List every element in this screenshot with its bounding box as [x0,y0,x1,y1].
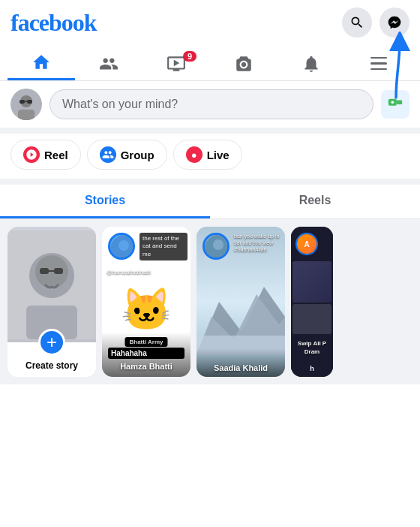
hamza-avatar [108,233,135,260]
live-label: Live [207,149,230,161]
messenger-button[interactable] [380,8,410,38]
plus-button[interactable]: + [38,329,65,356]
live-button[interactable]: ● Live [173,140,242,170]
post-input[interactable]: What's on your mind? [50,89,374,119]
nav-friends[interactable] [75,47,142,80]
photo-video-button[interactable] [381,90,410,119]
stories-row: + Create story the rest of the cat and s… [0,219,420,384]
live-icon: ● [186,146,202,163]
saadia-avatar [202,233,230,260]
photo-icon [387,96,404,113]
nav-watch[interactable]: 9 [142,47,210,80]
create-story-bg-image [8,230,96,339]
story-hamza[interactable]: the rest of the cat and send me @hamzath… [102,227,190,377]
reel-icon [23,146,40,163]
hamza-handle: @hamzathebhatti [106,269,151,276]
tab-reels[interactable]: Reels [210,185,420,218]
hamza-cat-figure: 🐱 [121,285,172,334]
group-button[interactable]: Group [87,140,167,170]
create-story-card[interactable]: + Create story [8,227,96,377]
svg-point-20 [213,239,224,250]
user-avatar [10,89,42,120]
facebook-logo: facebook [10,9,97,37]
saadia-label: Saadia Khalid [196,348,285,377]
create-story-text: Create story [26,360,78,371]
reel-button[interactable]: Reel [10,140,81,170]
svg-rect-3 [20,100,25,104]
svg-rect-21 [211,251,226,260]
friends-icon [99,54,118,74]
group-icon [100,146,116,163]
svg-rect-2 [18,110,34,120]
search-icon [350,15,364,30]
post-box: What's on your mind? [0,81,420,134]
header: facebook [0,0,420,45]
group-label: Group [121,149,154,161]
notification-icon [302,54,321,74]
avatar-image [10,89,42,120]
story-saadia[interactable]: ban you wake up in sar and this view #Su… [196,227,285,377]
header-icons [342,8,410,38]
nav-notifications[interactable] [278,47,345,80]
svg-point-8 [392,101,394,104]
partial-inner: A Swip All P Dram h [291,227,333,377]
story-partial[interactable]: A Swip All P Dram h [291,227,333,377]
svg-rect-13 [40,268,49,274]
saadia-mountains-svg [196,279,285,354]
tab-stories[interactable]: Stories [0,185,210,218]
partial-avatar: A [296,233,318,255]
reel-label: Reel [44,149,68,161]
search-button[interactable] [342,8,372,38]
action-buttons: Reel Group ● Live [0,134,420,185]
svg-rect-7 [397,101,402,105]
hamburger-icon [368,54,390,74]
home-icon [32,53,51,72]
navbar: 9 [0,45,420,81]
hamza-avatar-img [110,235,135,260]
marketplace-icon [234,54,254,74]
watch-badge: 9 [183,51,196,62]
saadia-avatar-img [205,235,230,260]
hamza-label: Hahahaha Hamza Bhatti [102,332,190,377]
tabs: Stories Reels [0,185,420,219]
messenger-icon [387,15,402,30]
hamza-overlay-text: the rest of the cat and send me [140,233,188,260]
partial-text: Swip All P Dram [291,339,333,356]
svg-point-17 [118,240,129,251]
nav-home[interactable] [8,45,75,80]
saadia-caption: ban you wake up in sar and this view #Su… [234,233,282,253]
create-story-top: + [8,227,96,342]
partial-label: h [291,365,333,372]
hamza-bottom-text: Hahahaha [108,348,184,359]
svg-rect-14 [54,268,63,274]
partial-images [292,261,332,334]
nav-menu[interactable] [345,47,412,80]
svg-rect-18 [116,253,131,260]
nav-marketplace[interactable] [210,47,278,80]
svg-rect-4 [27,100,32,104]
